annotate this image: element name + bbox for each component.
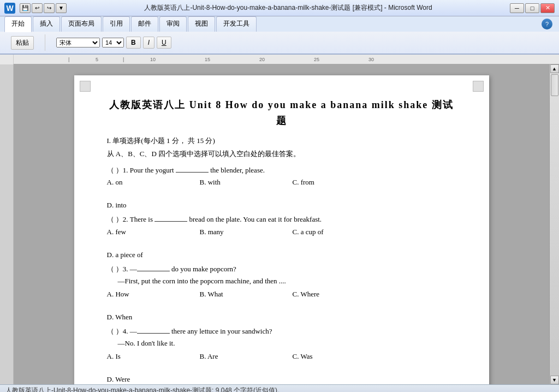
- tab-review[interactable]: 审阅: [159, 16, 187, 32]
- maximize-button[interactable]: □: [525, 3, 539, 13]
- scroll-down-arrow[interactable]: ▼: [550, 376, 559, 384]
- left-margin: [0, 64, 14, 384]
- q4-sub: —No. I don't like it.: [118, 337, 456, 349]
- q3-opt-d: D. When: [107, 311, 189, 323]
- document-title: 人教版英语八上 Unit 8 How do you make a banana …: [107, 97, 456, 129]
- ribbon-tab-bar: 开始 插入 页面布局 引用 邮件 审阅 视图 开发工具 ?: [0, 16, 559, 32]
- q1-opt-d: D. into: [107, 199, 189, 211]
- title-bar: W 💾 ↩ ↪ ▼ 人教版英语八上-Unit-8-How-do-you-make…: [0, 0, 559, 16]
- tab-view[interactable]: 视图: [188, 16, 215, 32]
- page-marker-tl: [80, 81, 91, 92]
- question-4: （ ）4. — there any lettuce in your sandwi…: [107, 325, 456, 384]
- question-3: （ ）3. — do you make popcorn? —First, put…: [107, 263, 456, 323]
- tab-start[interactable]: 开始: [4, 16, 32, 32]
- scroll-track[interactable]: [551, 73, 558, 376]
- q4-opt-d: D. Were: [107, 373, 189, 384]
- document-area[interactable]: 人教版英语八上 Unit 8 How do you make a banana …: [14, 64, 549, 384]
- q2-opt-d: D. a piece of: [107, 249, 189, 261]
- window-controls: ─ □ ✕: [510, 3, 555, 13]
- q1-opt-a: A. on: [107, 176, 189, 188]
- q2-opt-a: A. few: [107, 226, 189, 238]
- q1-opt-b: B. with: [200, 176, 282, 188]
- status-bar: 人教版英语八上-Unit-8-How-do-you-make-a-banana-…: [0, 384, 559, 392]
- q3-opt-b: B. What: [200, 288, 282, 300]
- tab-references[interactable]: 引用: [103, 16, 130, 32]
- q4-stem: （ ）4. — there any lettuce in your sandwi…: [107, 325, 456, 337]
- q3-stem: （ ）3. — do you make popcorn?: [107, 263, 456, 275]
- q3-opt-a: A. How: [107, 288, 189, 300]
- paste-btn[interactable]: 粘贴: [11, 36, 34, 50]
- quick-access-toolbar: 💾 ↩ ↪ ▼: [20, 3, 67, 13]
- q4-opt-c: C. Was: [293, 351, 374, 363]
- q1-options: A. on B. with C. from D. into: [107, 176, 456, 211]
- q1-stem: （ ）1. Pour the yogurt the blender, pleas…: [107, 164, 456, 176]
- word-icon: W: [4, 3, 15, 14]
- q4-opt-a: A. Is: [107, 351, 189, 363]
- ruler-corner: [0, 55, 14, 64]
- font-group: 宋体 14 B I U: [56, 37, 171, 49]
- horizontal-ruler: | 5 | 10 15 20 25 30: [14, 55, 559, 64]
- q4-options: A. Is B. Are C. Was D. Were: [107, 351, 456, 384]
- font-size-select[interactable]: 14: [102, 38, 124, 47]
- vertical-scrollbar[interactable]: ▲ ▼: [549, 64, 559, 384]
- section-header: I. 单项选择(每小题 1 分， 共 15 分): [107, 135, 456, 147]
- ribbon: 开始 插入 页面布局 引用 邮件 审阅 视图 开发工具 ? 粘贴 宋体 14 B…: [0, 16, 559, 55]
- undo-btn[interactable]: ↩: [32, 3, 43, 13]
- close-button[interactable]: ✕: [540, 3, 555, 13]
- help-button[interactable]: ?: [542, 19, 552, 29]
- tab-mail[interactable]: 邮件: [131, 16, 158, 32]
- tab-page-layout[interactable]: 页面布局: [61, 16, 102, 32]
- bold-btn[interactable]: B: [126, 37, 141, 49]
- q3-options: A. How B. What C. Where D. When: [107, 288, 456, 323]
- save-quick-btn[interactable]: 💾: [20, 3, 31, 13]
- ruler-area: | 5 | 10 15 20 25 30: [0, 55, 559, 64]
- q2-options: A. few B. many C. a cup of D. a piece of: [107, 226, 456, 261]
- scroll-up-arrow[interactable]: ▲: [550, 64, 559, 73]
- more-quick-btn[interactable]: ▼: [56, 3, 67, 13]
- q2-opt-b: B. many: [200, 226, 282, 238]
- q2-opt-c: C. a cup of: [293, 226, 374, 238]
- q3-sub: —First, put the corn into the popcorn ma…: [118, 275, 456, 287]
- redo-btn[interactable]: ↪: [44, 3, 55, 13]
- italic-btn[interactable]: I: [143, 37, 154, 49]
- question-2: （ ）2. There is bread on the plate. You c…: [107, 213, 456, 260]
- status-text: 人教版英语八上-Unit-8-How-do-you-make-a-banana-…: [5, 386, 284, 392]
- font-select[interactable]: 宋体: [56, 38, 100, 47]
- main-area: 人教版英语八上 Unit 8 How do you make a banana …: [0, 64, 559, 384]
- underline-btn[interactable]: U: [157, 37, 171, 49]
- instruction-text: 从 A、B、C、D 四个选项中选择可以填入空白处的最佳答案。: [107, 149, 456, 160]
- ribbon-divider: [45, 34, 45, 51]
- window-title: 人教版英语八上-Unit-8-How-do-you-make-a-banana-…: [67, 3, 510, 13]
- clipboard-group: 粘贴: [11, 36, 34, 50]
- ribbon-content: 粘贴 宋体 14 B I U: [0, 32, 559, 54]
- minimize-button[interactable]: ─: [510, 3, 524, 13]
- question-1: （ ）1. Pour the yogurt the blender, pleas…: [107, 164, 456, 211]
- tab-insert[interactable]: 插入: [33, 16, 60, 32]
- title-bar-left: W 💾 ↩ ↪ ▼: [4, 3, 67, 14]
- scroll-thumb[interactable]: [551, 74, 558, 96]
- page-marker-tr: [473, 81, 484, 92]
- q4-opt-b: B. Are: [200, 351, 282, 363]
- q3-opt-c: C. Where: [293, 288, 374, 300]
- tab-developer[interactable]: 开发工具: [216, 16, 257, 32]
- q1-opt-c: C. from: [293, 176, 374, 188]
- document-page: 人教版英语八上 Unit 8 How do you make a banana …: [74, 75, 489, 384]
- q2-stem: （ ）2. There is bread on the plate. You c…: [107, 213, 456, 225]
